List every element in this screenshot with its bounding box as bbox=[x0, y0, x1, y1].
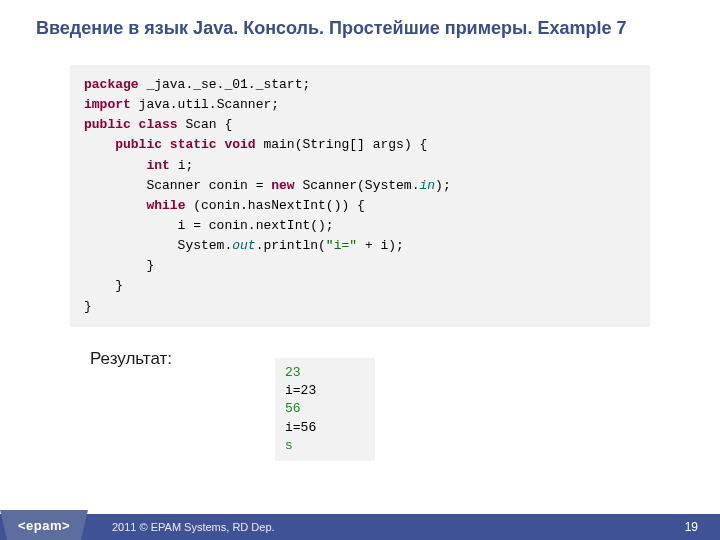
code-text: Scanner(System. bbox=[295, 178, 420, 193]
console-line: i=23 bbox=[285, 383, 316, 398]
keyword: package bbox=[84, 77, 139, 92]
code-text: + i); bbox=[357, 238, 404, 253]
static-field: out bbox=[232, 238, 255, 253]
code-text: } bbox=[84, 278, 123, 293]
keyword: while bbox=[146, 198, 185, 213]
result-label: Результат: bbox=[90, 349, 720, 369]
code-text: main(String[] args) { bbox=[256, 137, 428, 152]
code-text: java.util.Scanner; bbox=[131, 97, 279, 112]
keyword: public class bbox=[84, 117, 178, 132]
code-text: ); bbox=[435, 178, 451, 193]
keyword: public static void bbox=[115, 137, 255, 152]
page-number: 19 bbox=[685, 520, 698, 534]
console-input: s bbox=[285, 438, 293, 453]
code-text: (conin.hasNextInt()) { bbox=[185, 198, 364, 213]
code-text: i = conin.nextInt(); bbox=[84, 218, 334, 233]
code-text: i; bbox=[170, 158, 193, 173]
console-line: i=56 bbox=[285, 420, 316, 435]
code-text: System. bbox=[84, 238, 232, 253]
console-input: 23 bbox=[285, 365, 301, 380]
console-input: 56 bbox=[285, 401, 301, 416]
slide-title: Введение в язык Java. Консоль. Простейши… bbox=[0, 0, 720, 39]
code-text: .println( bbox=[256, 238, 326, 253]
keyword: import bbox=[84, 97, 131, 112]
keyword: int bbox=[146, 158, 169, 173]
code-text: } bbox=[84, 299, 92, 314]
console-output: 23 i=23 56 i=56 s bbox=[275, 358, 375, 461]
code-text: } bbox=[84, 258, 154, 273]
code-text: Scan { bbox=[178, 117, 233, 132]
footer-copyright: 2011 © EPAM Systems, RD Dep. bbox=[112, 521, 275, 533]
code-block: package _java._se._01._start; import jav… bbox=[70, 65, 650, 327]
footer: <epam> 2011 © EPAM Systems, RD Dep. 19 bbox=[0, 514, 720, 540]
epam-logo: <epam> bbox=[0, 510, 88, 540]
keyword: new bbox=[271, 178, 294, 193]
static-field: in bbox=[419, 178, 435, 193]
code-text: Scanner conin = bbox=[84, 178, 271, 193]
code-text: _java._se._01._start; bbox=[139, 77, 311, 92]
string-literal: "i=" bbox=[326, 238, 357, 253]
